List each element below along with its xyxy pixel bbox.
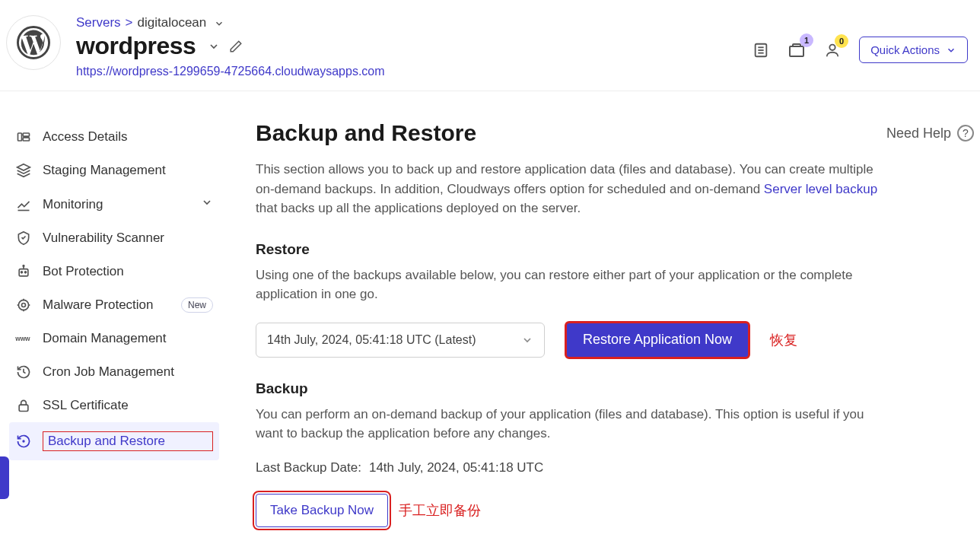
restore-application-button[interactable]: Restore Application Now (566, 323, 749, 358)
account-icon[interactable]: 0 (824, 42, 841, 59)
www-icon: www (15, 331, 32, 346)
backup-annotation: 手工立即备份 (399, 501, 481, 520)
sidebar-item-label: Cron Job Management (43, 364, 213, 380)
lock-icon (15, 398, 32, 413)
sidebar-item-label: SSL Certificate (43, 398, 213, 413)
bot-icon (15, 264, 32, 279)
help-icon: ? (957, 125, 974, 142)
last-backup-label: Last Backup Date: (256, 460, 361, 475)
svg-point-24 (22, 440, 24, 442)
sidebar-item-ssl[interactable]: SSL Certificate (9, 389, 219, 422)
svg-rect-5 (790, 46, 803, 56)
svg-rect-8 (23, 133, 29, 136)
backup-heading: Backup (256, 380, 974, 397)
sidebar-item-access-details[interactable]: Access Details (9, 120, 219, 154)
projects-badge: 1 (800, 33, 813, 47)
edit-pencil-icon[interactable] (229, 39, 243, 53)
app-switch-chevron-icon[interactable] (208, 40, 220, 52)
sidebar-item-label: Domain Management (43, 331, 213, 346)
page-description: This section allows you to back up and r… (256, 160, 895, 218)
quick-actions-button[interactable]: Quick Actions (859, 37, 968, 63)
target-icon (15, 297, 32, 313)
sidebar-item-label: Malware Protection (43, 297, 170, 313)
breadcrumb-sep: > (126, 15, 133, 30)
page-header: Servers > digitalocean wordpress https:/… (0, 0, 980, 91)
layers-icon (15, 163, 32, 178)
svg-text:www: www (15, 335, 30, 342)
chevron-down-icon (946, 45, 956, 56)
breadcrumb: Servers > digitalocean (76, 15, 752, 30)
sidebar-item-vulnerability[interactable]: Vulnerability Scanner (9, 221, 219, 255)
svg-rect-9 (23, 138, 29, 141)
server-list-icon[interactable] (752, 42, 769, 59)
wordpress-icon (17, 26, 50, 59)
sidebar-item-label: Access Details (43, 129, 213, 145)
sidebar-item-malware[interactable]: Malware Protection New (9, 288, 219, 322)
restore-heading: Restore (256, 241, 974, 258)
svg-point-6 (829, 44, 835, 49)
sidebar-item-staging[interactable]: Staging Management (9, 154, 219, 187)
take-backup-button[interactable]: Take Backup Now (256, 494, 388, 527)
svg-point-17 (22, 304, 26, 307)
sidebar-item-cron[interactable]: Cron Job Management (9, 355, 219, 389)
restore-icon (15, 434, 32, 449)
sidebar-item-label: Backup and Restore (43, 431, 213, 451)
svg-marker-10 (18, 164, 30, 170)
svg-point-15 (23, 266, 24, 267)
sidebar-item-bot-protection[interactable]: Bot Protection (9, 255, 219, 288)
svg-point-13 (25, 272, 27, 273)
need-help-link[interactable]: Need Help ? (886, 125, 974, 142)
sidebar-item-label: Staging Management (43, 163, 213, 178)
breadcrumb-servers-link[interactable]: Servers (76, 15, 121, 30)
restore-description: Using one of the backups available below… (256, 266, 880, 304)
chevron-down-icon (521, 334, 533, 346)
sidebar-item-monitoring[interactable]: Monitoring (9, 187, 219, 221)
breadcrumb-server[interactable]: digitalocean (138, 15, 207, 30)
app-logo (6, 15, 61, 70)
sidebar: Access Details Staging Management Monito… (0, 91, 225, 533)
new-badge: New (181, 297, 213, 313)
app-title: wordpress (76, 32, 196, 60)
sidebar-item-domain[interactable]: www Domain Management (9, 322, 219, 355)
restore-annotation: 恢复 (770, 331, 797, 349)
page-title: Backup and Restore (256, 120, 886, 146)
svg-point-16 (18, 300, 28, 310)
chart-icon (15, 197, 32, 212)
chevron-down-icon[interactable] (214, 17, 224, 29)
svg-point-12 (21, 272, 23, 273)
key-icon (15, 129, 32, 145)
svg-rect-23 (19, 405, 28, 411)
chevron-down-icon (201, 196, 213, 212)
account-badge: 0 (835, 34, 848, 48)
sidebar-item-label: Vulnerability Scanner (43, 231, 213, 246)
backup-description: You can perform an on-demand backup of y… (256, 405, 880, 444)
backup-select[interactable]: 14th July, 2024, 05:41:18 UTC (Latest) (256, 323, 545, 358)
need-help-label: Need Help (886, 126, 951, 142)
main-content: Backup and Restore Need Help ? This sect… (225, 91, 980, 533)
sidebar-item-label: Bot Protection (43, 264, 213, 279)
backup-select-value: 14th July, 2024, 05:41:18 UTC (Latest) (267, 333, 476, 347)
shield-icon (15, 231, 32, 246)
server-level-backup-link[interactable]: Server level backup (764, 182, 877, 196)
projects-icon[interactable]: 1 (788, 41, 806, 59)
side-handle[interactable] (0, 456, 9, 499)
history-icon (15, 364, 32, 380)
last-backup-value: 14th July, 2024, 05:41:18 UTC (369, 460, 543, 475)
sidebar-item-label: Monitoring (43, 197, 190, 212)
sidebar-item-backup-restore[interactable]: Backup and Restore (9, 422, 219, 460)
svg-rect-7 (18, 133, 22, 141)
app-url-link[interactable]: https://wordpress-1299659-4725664.cloudw… (76, 65, 385, 78)
quick-actions-label: Quick Actions (870, 43, 940, 56)
